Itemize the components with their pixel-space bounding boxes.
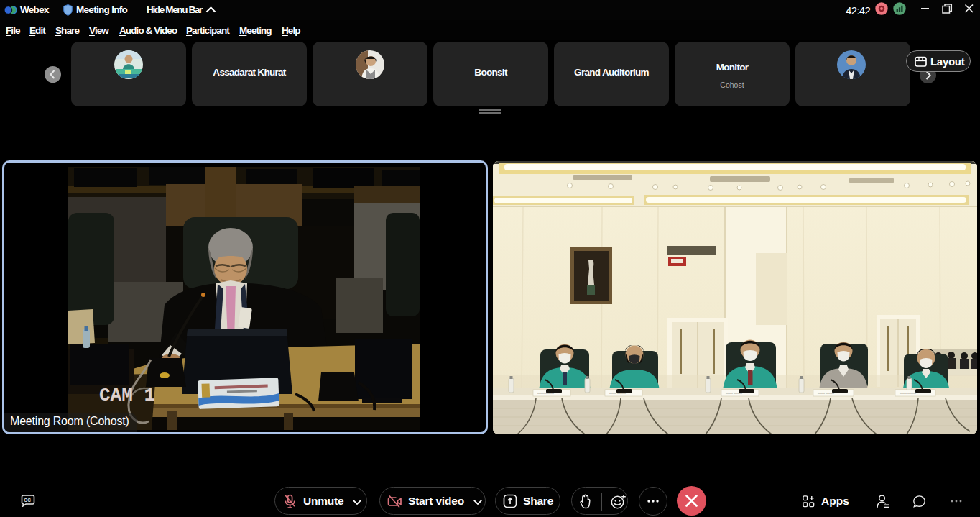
svg-text:xxxxx xxxxxx: xxxxx xxxxxx — [818, 391, 834, 395]
svg-text:CC: CC — [24, 498, 31, 503]
svg-text:CAM 1: CAM 1 — [99, 385, 155, 406]
svg-text:xxxxx xxxxxx: xxxxx xxxxxx — [900, 391, 916, 395]
